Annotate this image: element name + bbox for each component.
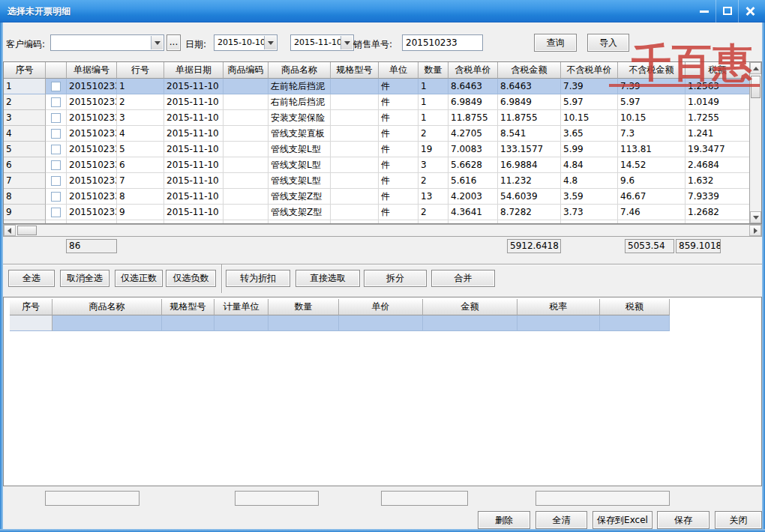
table-cell (268, 315, 339, 331)
row-checkbox[interactable] (51, 82, 61, 91)
scroll-up-button[interactable] (750, 62, 761, 74)
select-negative-only-button[interactable]: 仅选负数 (166, 270, 216, 287)
checkbox-cell (46, 126, 67, 142)
table-cell: 54.6039 (498, 189, 561, 205)
table-cell: 右前轮后挡泥 (268, 94, 331, 110)
table-row[interactable]: 220151023322015-11-10右前轮后挡泥件16.98496.984… (4, 94, 761, 110)
column-header: 金额 (423, 299, 518, 315)
customer-combo-drop-button[interactable] (151, 36, 163, 49)
row-checkbox[interactable] (51, 145, 61, 154)
row-checkbox[interactable] (51, 192, 61, 202)
close-dialog-button[interactable]: 关闭 (715, 511, 762, 529)
clear-all-button[interactable]: 全清 (536, 511, 587, 529)
split-button[interactable]: 拆分 (364, 270, 427, 287)
column-header: 规格型号 (331, 62, 379, 79)
footer-input-4[interactable] (536, 491, 670, 506)
footer-input-3[interactable] (381, 491, 468, 506)
import-button[interactable]: 导入 (587, 34, 629, 52)
table-cell (52, 315, 162, 331)
select-all-button[interactable]: 全选 (8, 270, 55, 287)
date-from-drop-button[interactable] (264, 36, 276, 49)
convert-to-discount-button[interactable]: 转为折扣 (226, 270, 290, 287)
select-positive-only-button[interactable]: 仅选正数 (115, 270, 163, 287)
scroll-left-button[interactable] (4, 225, 16, 236)
date-from-combobox[interactable]: 2015-10-10 (214, 34, 278, 51)
table-cell: 11.8755 (448, 110, 498, 126)
table-cell: 7.9339 (686, 189, 750, 205)
table-cell: 左前轮后挡泥 (268, 79, 331, 94)
row-checkbox[interactable] (51, 129, 61, 139)
query-button[interactable]: 查询 (534, 34, 577, 52)
vertical-scroll-thumb[interactable] (751, 76, 760, 98)
table-cell (339, 315, 423, 331)
row-checkbox[interactable] (51, 176, 61, 186)
footer-input-2[interactable] (235, 491, 319, 506)
sales-order-input[interactable]: 201510233 (402, 34, 483, 51)
table-cell: 2.4684 (686, 157, 750, 173)
column-header: 单位 (379, 62, 418, 79)
horizontal-scroll-thumb[interactable] (17, 226, 37, 235)
column-header: 序号 (4, 62, 46, 79)
table-row[interactable]: 920151023392015-11-10管线支架Z型件24.36418.728… (4, 205, 761, 220)
table-cell (224, 173, 268, 189)
table-cell: 2015-11-10 (164, 189, 224, 205)
table-cell (224, 189, 268, 205)
table-cell: 2015-11-10 (164, 173, 224, 189)
save-to-excel-button[interactable]: 保存到Excel (592, 511, 652, 529)
group-divider-vertical (221, 265, 223, 293)
table-cell: 6 (117, 157, 164, 173)
table-cell (331, 205, 379, 220)
table-cell: 5.99 (561, 142, 618, 157)
table-row[interactable]: 420151023342015-11-10管线支架直板件24.27058.541… (4, 126, 761, 142)
table-row[interactable]: 720151023372015-11-10管线支架L型件25.61611.232… (4, 173, 761, 189)
column-header: 单据日期 (164, 62, 224, 79)
table-cell: 1 (418, 79, 448, 94)
table-cell: 7.0083 (448, 142, 498, 157)
scroll-right-button[interactable] (749, 225, 761, 236)
table-cell: 7.39 (561, 79, 618, 94)
row-checkbox[interactable] (51, 97, 61, 107)
delete-button[interactable]: 删除 (478, 511, 530, 529)
save-button[interactable]: 保存 (657, 511, 710, 529)
detail-grid-empty-row[interactable] (10, 315, 670, 331)
sales-order-label: 销售单号: (353, 38, 392, 51)
table-cell: 201510233 (67, 173, 117, 189)
horizontal-scrollbar[interactable] (3, 224, 762, 237)
column-header: 商品编码 (224, 62, 268, 79)
row-checkbox[interactable] (51, 160, 61, 170)
direct-select-button[interactable]: 直接选取 (296, 270, 360, 287)
table-row[interactable]: 820151023382015-11-10管线支架Z型件134.200354.6… (4, 189, 761, 205)
scroll-down-button[interactable] (750, 211, 761, 223)
table-row[interactable]: 320151023332015-11-10安装支架保险件111.875511.8… (4, 110, 761, 126)
table-cell (331, 142, 379, 157)
minimize-button[interactable] (693, 0, 716, 22)
table-cell: 2015-11-10 (164, 126, 224, 142)
date-to-drop-button[interactable] (340, 36, 352, 49)
table-cell: 7 (117, 173, 164, 189)
table-cell (331, 110, 379, 126)
footer-input-1[interactable] (45, 491, 140, 506)
column-header: 不含税金额 (618, 62, 686, 79)
close-button[interactable] (738, 0, 760, 22)
customer-browse-button[interactable]: ... (166, 34, 181, 51)
table-cell: 8 (117, 189, 164, 205)
vertical-scrollbar[interactable] (749, 62, 761, 223)
customer-code-combobox[interactable] (50, 34, 164, 51)
date-to-combobox[interactable]: 2015-11-10 (290, 34, 354, 51)
deselect-all-button[interactable]: 取消全选 (60, 270, 110, 287)
table-row[interactable]: 120151023312015-11-10左前轮后挡泥件18.64638.646… (4, 79, 761, 94)
row-checkbox[interactable] (51, 113, 61, 123)
merge-button[interactable]: 合并 (431, 270, 495, 287)
table-cell: 件 (379, 142, 418, 157)
column-header: 税率 (518, 299, 600, 315)
table-cell: 件 (379, 157, 418, 173)
table-row[interactable]: 620151023362015-11-10管线支架L型件35.662816.98… (4, 157, 761, 173)
total-quantity-box: 86 (66, 239, 117, 253)
table-cell (331, 94, 379, 110)
table-row[interactable]: 520151023352015-11-10管线支架L型件197.0083133.… (4, 142, 761, 157)
row-checkbox[interactable] (51, 208, 61, 217)
table-cell: 7.46 (618, 205, 686, 220)
maximize-button[interactable] (716, 0, 738, 22)
table-cell: 201510233 (67, 157, 117, 173)
table-cell (331, 79, 379, 94)
